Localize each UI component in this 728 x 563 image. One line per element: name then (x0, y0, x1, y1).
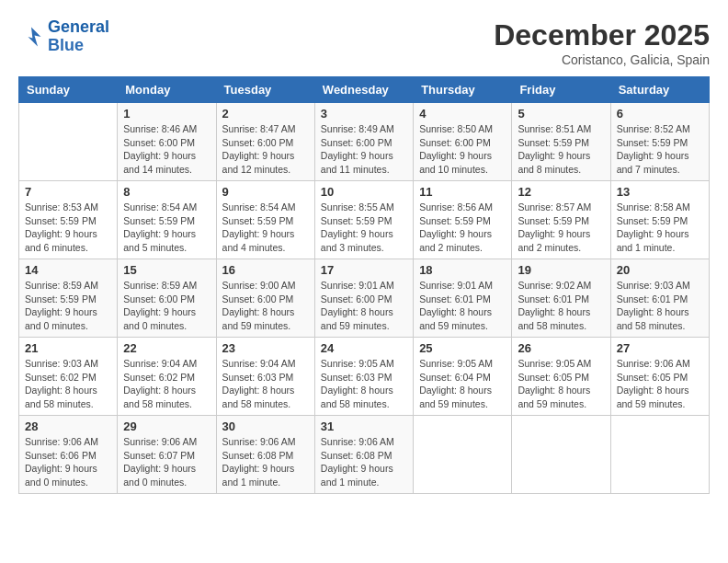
day-number: 26 (518, 341, 604, 355)
calendar-cell: 26Sunrise: 9:05 AM Sunset: 6:05 PM Dayli… (512, 338, 610, 416)
calendar-cell (414, 416, 512, 494)
day-number: 28 (25, 419, 111, 433)
day-info: Sunrise: 9:06 AM Sunset: 6:08 PM Dayligh… (321, 435, 407, 489)
day-number: 1 (123, 107, 210, 121)
day-info: Sunrise: 8:56 AM Sunset: 5:59 PM Dayligh… (419, 201, 506, 255)
calendar-cell: 18Sunrise: 9:01 AM Sunset: 6:01 PM Dayli… (414, 259, 512, 338)
logo-text: General Blue (48, 18, 109, 55)
day-number: 31 (321, 419, 407, 433)
day-info: Sunrise: 8:55 AM Sunset: 5:59 PM Dayligh… (321, 201, 407, 255)
calendar-cell: 5Sunrise: 8:51 AM Sunset: 5:59 PM Daylig… (512, 103, 610, 181)
day-number: 5 (518, 107, 604, 121)
day-number: 10 (321, 185, 407, 199)
calendar-cell: 9Sunrise: 8:54 AM Sunset: 5:59 PM Daylig… (216, 181, 314, 259)
weekday-header-tuesday: Tuesday (216, 77, 314, 103)
day-info: Sunrise: 8:46 AM Sunset: 6:00 PM Dayligh… (123, 122, 210, 177)
day-info: Sunrise: 8:52 AM Sunset: 5:59 PM Dayligh… (617, 122, 703, 177)
day-info: Sunrise: 9:01 AM Sunset: 6:01 PM Dayligh… (419, 279, 506, 333)
calendar-cell: 29Sunrise: 9:06 AM Sunset: 6:07 PM Dayli… (118, 416, 216, 494)
day-info: Sunrise: 8:59 AM Sunset: 6:00 PM Dayligh… (123, 279, 210, 333)
day-info: Sunrise: 9:06 AM Sunset: 6:08 PM Dayligh… (222, 435, 309, 489)
day-info: Sunrise: 9:06 AM Sunset: 6:05 PM Dayligh… (617, 357, 703, 411)
day-number: 23 (222, 341, 309, 355)
day-info: Sunrise: 8:58 AM Sunset: 5:59 PM Dayligh… (617, 201, 703, 255)
calendar-cell: 13Sunrise: 8:58 AM Sunset: 5:59 PM Dayli… (610, 181, 709, 259)
weekday-header-monday: Monday (118, 77, 216, 103)
day-number: 16 (222, 263, 309, 277)
logo: General Blue (18, 18, 109, 55)
weekday-header-sunday: Sunday (19, 77, 118, 103)
month-title: December 2025 (494, 18, 710, 52)
day-number: 30 (222, 419, 309, 433)
day-number: 24 (321, 341, 407, 355)
calendar-cell: 21Sunrise: 9:03 AM Sunset: 6:02 PM Dayli… (19, 338, 118, 416)
day-number: 9 (222, 185, 309, 199)
location: Coristanco, Galicia, Spain (494, 52, 710, 67)
calendar-cell: 23Sunrise: 9:04 AM Sunset: 6:03 PM Dayli… (216, 338, 314, 416)
calendar-cell: 7Sunrise: 8:53 AM Sunset: 5:59 PM Daylig… (19, 181, 118, 259)
day-number: 19 (518, 263, 604, 277)
day-number: 27 (617, 341, 703, 355)
calendar-cell: 8Sunrise: 8:54 AM Sunset: 5:59 PM Daylig… (118, 181, 216, 259)
calendar-cell: 12Sunrise: 8:57 AM Sunset: 5:59 PM Dayli… (512, 181, 610, 259)
day-info: Sunrise: 8:53 AM Sunset: 5:59 PM Dayligh… (25, 201, 111, 255)
weekday-header-saturday: Saturday (610, 77, 709, 103)
day-info: Sunrise: 9:03 AM Sunset: 6:02 PM Dayligh… (25, 357, 111, 411)
day-number: 11 (419, 185, 506, 199)
calendar-cell (512, 416, 610, 494)
weekday-header-thursday: Thursday (414, 77, 512, 103)
weekday-header-friday: Friday (512, 77, 610, 103)
calendar-cell: 3Sunrise: 8:49 AM Sunset: 6:00 PM Daylig… (314, 103, 413, 181)
calendar-cell: 2Sunrise: 8:47 AM Sunset: 6:00 PM Daylig… (216, 103, 314, 181)
day-info: Sunrise: 9:05 AM Sunset: 6:04 PM Dayligh… (419, 357, 506, 411)
calendar-week-row: 21Sunrise: 9:03 AM Sunset: 6:02 PM Dayli… (19, 338, 710, 416)
day-number: 4 (419, 107, 506, 121)
day-info: Sunrise: 9:01 AM Sunset: 6:00 PM Dayligh… (321, 279, 407, 333)
calendar-week-row: 1Sunrise: 8:46 AM Sunset: 6:00 PM Daylig… (19, 103, 710, 181)
calendar-cell (19, 103, 118, 181)
day-number: 17 (321, 263, 407, 277)
day-info: Sunrise: 8:59 AM Sunset: 5:59 PM Dayligh… (25, 279, 111, 333)
day-info: Sunrise: 8:50 AM Sunset: 6:00 PM Dayligh… (419, 122, 506, 177)
calendar-cell: 15Sunrise: 8:59 AM Sunset: 6:00 PM Dayli… (118, 259, 216, 338)
logo-icon (18, 24, 44, 50)
day-number: 8 (123, 185, 210, 199)
calendar-cell: 30Sunrise: 9:06 AM Sunset: 6:08 PM Dayli… (216, 416, 314, 494)
day-info: Sunrise: 9:06 AM Sunset: 6:07 PM Dayligh… (123, 435, 210, 489)
page-header: General Blue December 2025 Coristanco, G… (18, 18, 710, 67)
day-number: 25 (419, 341, 506, 355)
day-info: Sunrise: 8:49 AM Sunset: 6:00 PM Dayligh… (321, 122, 407, 177)
day-number: 12 (518, 185, 604, 199)
day-number: 2 (222, 107, 309, 121)
calendar-cell: 6Sunrise: 8:52 AM Sunset: 5:59 PM Daylig… (610, 103, 709, 181)
calendar-cell: 28Sunrise: 9:06 AM Sunset: 6:06 PM Dayli… (19, 416, 118, 494)
calendar-week-row: 14Sunrise: 8:59 AM Sunset: 5:59 PM Dayli… (19, 259, 710, 338)
calendar-cell: 20Sunrise: 9:03 AM Sunset: 6:01 PM Dayli… (610, 259, 709, 338)
weekday-header-row: SundayMondayTuesdayWednesdayThursdayFrid… (19, 77, 710, 103)
calendar-week-row: 7Sunrise: 8:53 AM Sunset: 5:59 PM Daylig… (19, 181, 710, 259)
day-info: Sunrise: 9:05 AM Sunset: 6:05 PM Dayligh… (518, 357, 604, 411)
calendar-cell: 22Sunrise: 9:04 AM Sunset: 6:02 PM Dayli… (118, 338, 216, 416)
day-info: Sunrise: 8:54 AM Sunset: 5:59 PM Dayligh… (222, 201, 309, 255)
title-area: December 2025 Coristanco, Galicia, Spain (494, 18, 710, 67)
day-number: 21 (25, 341, 111, 355)
calendar-cell: 4Sunrise: 8:50 AM Sunset: 6:00 PM Daylig… (414, 103, 512, 181)
calendar-week-row: 28Sunrise: 9:06 AM Sunset: 6:06 PM Dayli… (19, 416, 710, 494)
day-info: Sunrise: 8:57 AM Sunset: 5:59 PM Dayligh… (518, 201, 604, 255)
day-info: Sunrise: 9:04 AM Sunset: 6:02 PM Dayligh… (123, 357, 210, 411)
day-info: Sunrise: 8:47 AM Sunset: 6:00 PM Dayligh… (222, 122, 309, 177)
day-info: Sunrise: 9:06 AM Sunset: 6:06 PM Dayligh… (25, 435, 111, 489)
day-info: Sunrise: 9:03 AM Sunset: 6:01 PM Dayligh… (617, 279, 703, 333)
day-number: 22 (123, 341, 210, 355)
svg-marker-0 (28, 27, 41, 46)
calendar-cell: 1Sunrise: 8:46 AM Sunset: 6:00 PM Daylig… (118, 103, 216, 181)
day-number: 29 (123, 419, 210, 433)
day-number: 13 (617, 185, 703, 199)
calendar-cell: 14Sunrise: 8:59 AM Sunset: 5:59 PM Dayli… (19, 259, 118, 338)
day-number: 6 (617, 107, 703, 121)
day-info: Sunrise: 9:05 AM Sunset: 6:03 PM Dayligh… (321, 357, 407, 411)
calendar-cell (610, 416, 709, 494)
calendar-cell: 19Sunrise: 9:02 AM Sunset: 6:01 PM Dayli… (512, 259, 610, 338)
calendar-cell: 17Sunrise: 9:01 AM Sunset: 6:00 PM Dayli… (314, 259, 413, 338)
day-number: 7 (25, 185, 111, 199)
